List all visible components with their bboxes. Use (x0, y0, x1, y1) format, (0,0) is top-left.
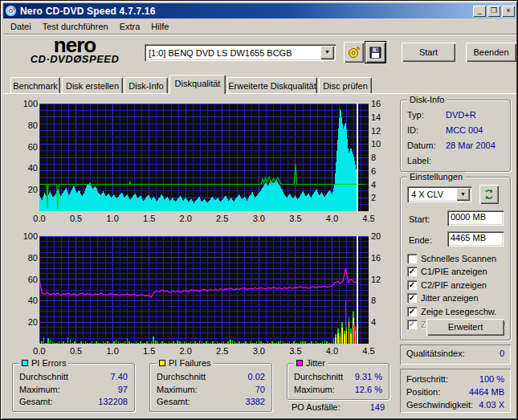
disk-info-value: MCC 004 (446, 125, 483, 135)
jitter-legend-icon (296, 360, 303, 366)
pif-jitter-chart: 10080604020201612840.00.51.01.52.02.53.0… (17, 230, 393, 358)
checkbox-jitter-anzeigen[interactable]: ✓Jitter anzeigen (407, 292, 479, 304)
stats-value: 0.02 (248, 372, 265, 383)
pie-speed-chart-x-tick: 4.5 (358, 214, 379, 223)
disk-info-row-id: ID:MCC 004 (407, 125, 504, 137)
stats-row-maximum: Maximum:12.6 % (294, 385, 382, 396)
menu-extra[interactable]: Extra (114, 20, 146, 33)
disk-info-title: Disk-Info (407, 95, 447, 104)
tab-disc-prufen[interactable]: Disc prüfen (319, 77, 372, 94)
pif-jitter-chart-x-tick: 4.5 (358, 346, 379, 356)
start-field[interactable]: 0000 MB (447, 210, 504, 226)
nero-logo-word: nero (14, 36, 135, 54)
checked-box-icon[interactable]: ✓ (407, 267, 417, 276)
drive-select[interactable]: [1:0] BENQ DVD LS DW1655 BCGB ▼ (145, 44, 336, 61)
tab-disk-erstellen[interactable]: Disk erstellen (62, 77, 123, 94)
diskqualitaet-page: 100806040201614121086420.00.51.01.52.02.… (3, 93, 516, 416)
save-icon (369, 47, 381, 59)
pie-speed-chart-x-tick: 3.0 (248, 214, 269, 223)
chevron-down-icon[interactable]: ▼ (456, 188, 470, 201)
menu-datei[interactable]: Datei (5, 20, 37, 33)
checked-box-icon[interactable]: ✓ (407, 293, 417, 303)
progress-value: 100 % (479, 374, 504, 385)
pif-jitter-chart-x-tick: 0.0 (29, 346, 50, 356)
stats-title-text: Jitter (306, 358, 325, 368)
eject-button[interactable] (344, 42, 364, 63)
pif-jitter-chart-x-tick: 3.0 (248, 346, 269, 356)
pif-jitter-chart-left-tick: 20 (17, 317, 38, 327)
disk-info-label: Label: (407, 156, 431, 167)
unchecked-box-icon[interactable] (407, 254, 417, 263)
stats-value: 149 (370, 402, 385, 414)
advanced-button[interactable]: Erweitert (426, 319, 504, 336)
checkbox-zeige-lesegeschw[interactable]: ✓Zeige Lesegeschw. (407, 305, 496, 317)
stats-label: Durchschnitt (157, 372, 206, 383)
checkbox-label: Zeige Lesegeschw. (421, 307, 496, 316)
checked-box-icon: ✓ (407, 320, 417, 329)
checkbox-label: C2/PIF anzeigen (421, 280, 487, 290)
checkbox-c2-pif-anzeigen[interactable]: ✓C2/PIF anzeigen (407, 279, 487, 291)
disk-info-row-typ: Typ:DVD+R (407, 110, 504, 121)
save-button[interactable] (365, 42, 385, 63)
stats-title-pi-failures: PI Failures (157, 358, 214, 368)
tab-diskqualitat[interactable]: Diskqualität (169, 75, 226, 94)
quit-button[interactable]: Beenden (466, 43, 516, 62)
start-button[interactable]: Start (402, 43, 455, 62)
speed-select[interactable]: 4 X CLV ▼ (407, 186, 471, 202)
stats-row-gesamt: Gesamt:3382 (157, 397, 265, 408)
toolbar: nero CD·DVDØSPEED [1:0] BENQ DVD LS DW16… (3, 35, 516, 72)
speed-select-value: 4 X CLV (407, 190, 456, 199)
window-title: Nero CD-DVD Speed 4.7.7.16 (20, 6, 471, 17)
nero-logo: nero CD·DVDØSPEED (14, 36, 135, 64)
stats-value: 3382 (246, 397, 265, 408)
stats-label: Maximum: (19, 385, 60, 396)
app-icon (5, 5, 17, 17)
maximize-button[interactable]: ❐ (487, 6, 500, 17)
stats-title-pi-errors: PI Errors (19, 358, 68, 368)
stats-title-text: PI Errors (31, 358, 66, 368)
pi-errors-legend-icon (22, 360, 28, 366)
progress-label: Fortschritt: (406, 374, 448, 385)
tab-erweiterte-diskqualitat[interactable]: Erweiterte Diskqualität (227, 77, 317, 94)
end-field[interactable]: 4465 MB (447, 231, 504, 247)
checkbox-label: C1/PIE anzeigen (421, 267, 487, 276)
stats-group-pi-failures: PI FailuresDurchschnitt0.02Maximum:70Ges… (149, 363, 272, 412)
pif-jitter-chart-left-tick: 60 (17, 275, 38, 284)
tab-disk-info[interactable]: Disk-Info (124, 77, 168, 94)
stats-group-pi-errors: PI ErrorsDurchschnitt7.40Maximum:97Gesam… (12, 363, 135, 412)
pif-jitter-chart-x-tick: 2.0 (175, 346, 196, 356)
progress-value: 4.03 X (479, 400, 504, 411)
checkbox-c1-pie-anzeigen[interactable]: ✓C1/PIE anzeigen (407, 266, 487, 278)
disk-info-label: ID: (407, 125, 418, 137)
title-bar[interactable]: Nero CD-DVD Speed 4.7.7.16 _ ❐ × (3, 3, 516, 18)
checked-box-icon[interactable]: ✓ (407, 280, 417, 290)
progress-label: Geschwindigkeit: (406, 400, 473, 411)
drive-select-value: [1:0] BENQ DVD LS DW1655 BCGB (145, 48, 320, 58)
tab-benchmark[interactable]: Benchmark (10, 77, 60, 94)
end-field-label: Ende: (409, 235, 432, 245)
stats-value: 12.6 % (355, 385, 382, 396)
checked-box-icon[interactable]: ✓ (407, 307, 417, 316)
checkbox-schnelles-scannen[interactable]: Schnelles Scannen (407, 252, 496, 264)
minimize-button[interactable]: _ (473, 6, 486, 17)
pif-jitter-chart-right-tick: 8 (371, 296, 392, 305)
pif-jitter-chart-plot-area (39, 236, 369, 344)
menu-hilfe[interactable]: Hilfe (145, 20, 174, 33)
menu-test-durchfuhren[interactable]: Test durchführen (37, 20, 114, 33)
pie-speed-chart-right-tick: 6 (371, 166, 392, 176)
app-window: Nero CD-DVD Speed 4.7.7.16 _ ❐ × DateiTe… (0, 0, 518, 420)
pif-jitter-chart-x-tick: 1.5 (139, 346, 160, 356)
quality-index-value: 0 (500, 349, 504, 360)
stats-value: 7.40 (111, 372, 128, 383)
pie-speed-chart-x-tick: 0.5 (66, 214, 87, 223)
pie-speed-chart-left-tick: 20 (17, 185, 38, 194)
disk-info-row-label: Label: (407, 156, 504, 167)
progress-row-position: Position:4464 MB (406, 387, 504, 398)
chevron-down-icon[interactable]: ▼ (320, 46, 334, 59)
stats-label: Durchschnitt (294, 372, 343, 383)
refresh-button[interactable] (479, 185, 499, 204)
disk-info-value: DVD+R (446, 110, 476, 120)
pie-speed-chart-left-tick: 80 (17, 120, 38, 130)
refresh-icon (483, 189, 495, 200)
close-button[interactable]: × (502, 6, 515, 17)
